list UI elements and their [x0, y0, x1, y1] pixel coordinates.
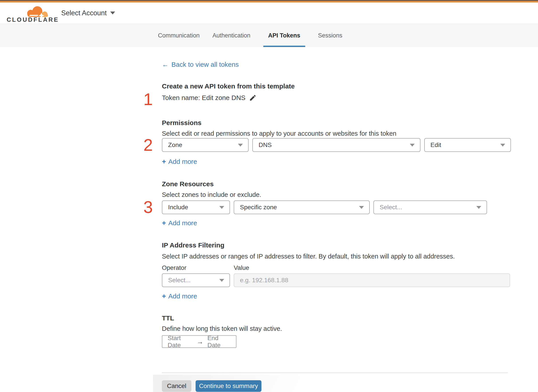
- chevron-down-icon: [359, 206, 364, 209]
- tab-label: Authentication: [212, 32, 250, 39]
- permission-scope-value: Zone: [168, 141, 182, 149]
- tab-label: API Tokens: [268, 32, 300, 39]
- zone-name-placeholder: Select...: [380, 204, 402, 211]
- zone-type-select[interactable]: Specific zone: [234, 201, 370, 214]
- permissions-title: Permissions: [162, 119, 201, 127]
- permission-scope-select[interactable]: Zone: [162, 138, 249, 152]
- continue-to-summary-button[interactable]: Continue to summary: [196, 380, 262, 392]
- page: CLOUDFLARE Select Account Communication …: [0, 0, 538, 392]
- permission-resource-select[interactable]: DNS: [252, 138, 421, 152]
- ip-value-label: Value: [234, 264, 249, 271]
- ttl-description: Define how long this token will stay act…: [162, 325, 282, 332]
- add-more-label: Add more: [168, 219, 197, 227]
- tab-label: Communication: [158, 32, 200, 39]
- zone-name-select[interactable]: Select...: [374, 201, 487, 214]
- add-more-label: Add more: [168, 292, 197, 300]
- cloudflare-logo[interactable]: CLOUDFLARE: [6, 5, 51, 24]
- template-heading: Create a new API token from this templat…: [162, 83, 295, 90]
- back-link-label: Back to view all tokens: [171, 61, 239, 68]
- ip-filtering-title: IP Address Filtering: [162, 242, 225, 249]
- ttl-date-range-picker[interactable]: Start Date → End Date: [162, 335, 236, 348]
- footer-divider: [162, 373, 508, 373]
- cloudflare-wordmark: CLOUDFLARE: [7, 16, 59, 23]
- tab-label: Sessions: [318, 32, 342, 39]
- ip-filtering-add-more-link[interactable]: + Add more: [162, 292, 197, 300]
- end-date-placeholder: End Date: [207, 335, 231, 349]
- chevron-down-icon: [476, 206, 481, 209]
- account-selector[interactable]: Select Account: [61, 2, 115, 23]
- ip-operator-placeholder: Select...: [168, 277, 191, 284]
- zone-type-value: Specific zone: [240, 204, 277, 211]
- token-name-text: Token name: Edit zone DNS: [162, 94, 245, 102]
- chevron-down-icon: [500, 144, 505, 147]
- chevron-down-icon: [219, 279, 224, 282]
- chevron-down-icon: [110, 12, 115, 14]
- permissions-row: Zone DNS Edit: [162, 138, 511, 152]
- back-arrow-icon: ←: [162, 61, 168, 68]
- back-to-tokens-link[interactable]: ← Back to view all tokens: [162, 61, 239, 68]
- permissions-description: Select edit or read permissions to apply…: [162, 130, 396, 137]
- step-1-marker: 1: [142, 91, 154, 108]
- zone-resources-add-more-link[interactable]: + Add more: [162, 219, 197, 227]
- window-accent-bar: [0, 0, 538, 2]
- ip-operator-label: Operator: [162, 264, 187, 271]
- chevron-down-icon: [238, 144, 243, 147]
- step-2-marker: 2: [142, 137, 154, 154]
- ip-filtering-description: Select IP addresses or ranges of IP addr…: [162, 253, 455, 260]
- ip-filtering-row: Select...: [162, 273, 510, 287]
- app-header: CLOUDFLARE Select Account: [0, 2, 538, 23]
- plus-icon: +: [162, 292, 166, 300]
- permission-resource-value: DNS: [259, 141, 272, 149]
- chevron-down-icon: [410, 144, 415, 147]
- zone-resources-row: Include Specific zone Select...: [162, 201, 487, 214]
- profile-tabbar: Communication Authentication API Tokens …: [0, 23, 538, 47]
- ip-operator-select[interactable]: Select...: [162, 273, 230, 287]
- chevron-down-icon: [219, 206, 224, 209]
- account-selector-label: Select Account: [61, 9, 107, 17]
- tab-api-tokens[interactable]: API Tokens: [263, 24, 305, 47]
- zone-resources-description: Select zones to include or exclude.: [162, 191, 261, 198]
- token-template-form: ← Back to view all tokens 1 2 3 Create a…: [0, 47, 538, 392]
- tab-group: Communication Authentication API Tokens …: [158, 24, 342, 47]
- token-name-row: Token name: Edit zone DNS: [162, 94, 257, 102]
- cancel-button[interactable]: Cancel: [162, 380, 191, 392]
- tab-communication[interactable]: Communication: [158, 24, 200, 47]
- arrow-right-icon: →: [197, 338, 203, 345]
- tab-sessions[interactable]: Sessions: [318, 24, 342, 47]
- zone-operator-select[interactable]: Include: [162, 201, 230, 214]
- permission-access-value: Edit: [430, 141, 441, 149]
- start-date-placeholder: Start Date: [168, 335, 193, 349]
- edit-pencil-icon[interactable]: [249, 94, 257, 102]
- add-more-label: Add more: [168, 158, 197, 165]
- ttl-title: TTL: [162, 314, 174, 322]
- step-3-marker: 3: [142, 199, 154, 215]
- permissions-add-more-link[interactable]: + Add more: [162, 157, 197, 166]
- tab-authentication[interactable]: Authentication: [212, 24, 250, 47]
- plus-icon: +: [162, 157, 166, 166]
- permission-access-select[interactable]: Edit: [424, 138, 511, 152]
- zone-resources-title: Zone Resources: [162, 180, 214, 188]
- plus-icon: +: [162, 219, 166, 227]
- ip-value-input[interactable]: [234, 273, 510, 287]
- zone-operator-value: Include: [168, 204, 188, 211]
